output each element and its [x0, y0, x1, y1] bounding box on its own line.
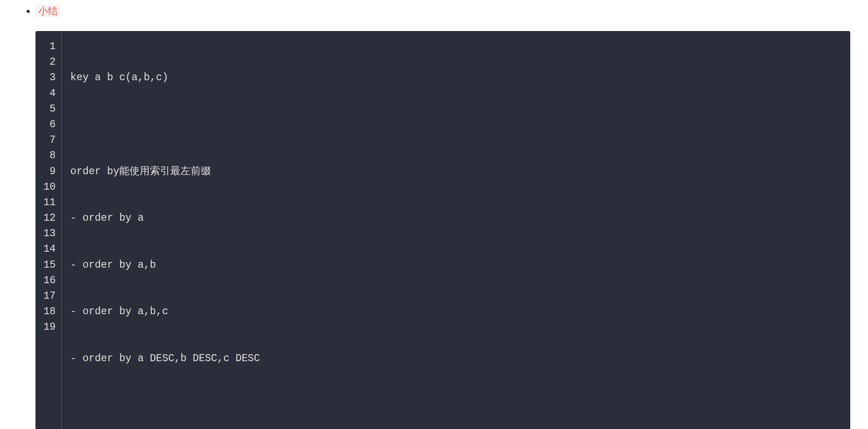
line-number: 9: [43, 164, 56, 179]
line-number: 16: [43, 273, 56, 289]
code-line: order by能使用索引最左前缀: [70, 164, 841, 179]
line-number: 11: [43, 195, 56, 211]
line-number: 15: [43, 257, 56, 273]
line-number-gutter: 1 2 3 4 5 6 7 8 9 10 11 12 13 14 15 16 1…: [35, 31, 62, 429]
line-number: 13: [43, 226, 56, 242]
code-line: - order by a,b,c: [70, 304, 841, 320]
code-line: - order by a DESC,b DESC,c DESC: [70, 351, 841, 367]
line-number: 3: [43, 70, 56, 86]
line-number: 6: [43, 117, 56, 133]
line-number: 10: [43, 179, 56, 195]
line-number: 8: [43, 148, 56, 164]
code-line: key a b c(a,b,c): [70, 70, 841, 86]
line-number: 12: [43, 211, 56, 226]
summary-link[interactable]: 小结: [35, 4, 60, 17]
line-number: 4: [43, 86, 56, 101]
line-number: 19: [43, 320, 56, 335]
line-number: 17: [43, 289, 56, 304]
code-content: key a b c(a,b,c) order by能使用索引最左前缀 - ord…: [62, 31, 850, 429]
code-line: - order by a,b: [70, 257, 841, 273]
header-list-item: 小结: [35, 4, 850, 18]
code-block: 1 2 3 4 5 6 7 8 9 10 11 12 13 14 15 16 1…: [35, 31, 850, 429]
line-number: 2: [43, 55, 56, 70]
line-number: 5: [43, 101, 56, 117]
code-line: [70, 117, 841, 133]
line-number: 1: [43, 39, 56, 55]
header-list: 小结: [18, 4, 850, 18]
code-line: - order by a: [70, 211, 841, 226]
line-number: 7: [43, 133, 56, 148]
line-number: 14: [43, 242, 56, 257]
code-line: [70, 398, 841, 413]
line-number: 18: [43, 304, 56, 320]
